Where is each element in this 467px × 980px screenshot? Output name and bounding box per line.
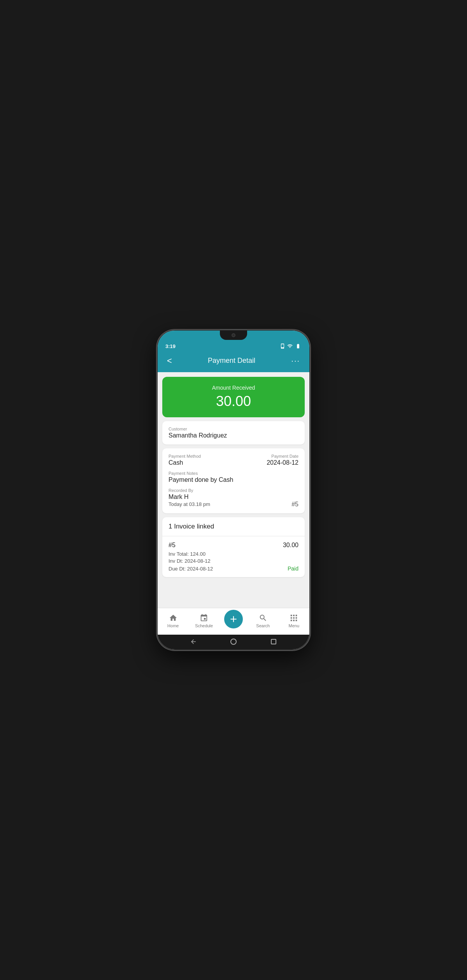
recorded-by-info: Mark H Today at 03.18 pm (169, 494, 210, 508)
payment-method-label: Payment Method (169, 454, 201, 458)
status-icons (280, 343, 302, 349)
payment-date-value: 2024-08-12 (267, 459, 298, 466)
method-date-row: Payment Method Cash Payment Date 2024-08… (169, 454, 298, 471)
payment-details-card: Payment Method Cash Payment Date 2024-08… (162, 448, 305, 513)
nav-add[interactable] (219, 611, 248, 630)
nav-home[interactable]: Home (158, 612, 189, 630)
nav-schedule[interactable]: Schedule (189, 612, 220, 630)
search-icon (259, 614, 267, 622)
recorded-by-name: Mark H (169, 494, 210, 500)
schedule-icon (200, 614, 208, 622)
invoice-due-dt: Due Dt: 2024-08-12 (169, 566, 213, 572)
content-area: Amount Received 30.00 Customer Samantha … (158, 372, 309, 608)
nav-search[interactable]: Search (248, 612, 279, 630)
record-time: Today at 03.18 pm (169, 501, 210, 507)
nav-home-label: Home (167, 623, 179, 628)
payment-date-field: Payment Date 2024-08-12 (267, 454, 298, 466)
recorded-by-row: Mark H Today at 03.18 pm #5 (169, 494, 298, 508)
more-options-button[interactable]: ··· (288, 355, 303, 367)
back-button[interactable]: < (164, 355, 175, 367)
payment-notes-value: Payment done by Cash (169, 476, 298, 483)
recorded-by-field: Recorded By Mark H Today at 03.18 pm #5 (169, 488, 298, 508)
system-nav (158, 635, 309, 649)
record-number: #5 (291, 501, 298, 508)
payment-notes-field: Payment Notes Payment done by Cash (169, 471, 298, 483)
recorded-by-label: Recorded By (169, 488, 298, 493)
invoice-status-badge: Paid (288, 565, 298, 572)
menu-icon (290, 614, 298, 622)
invoice-top-row: #5 30.00 (169, 542, 298, 549)
wifi-icon (287, 343, 293, 349)
nav-menu[interactable]: Menu (279, 612, 310, 630)
invoice-inv-dt: Inv Dt: 2024-08-12 (169, 558, 298, 564)
invoice-amount: 30.00 (283, 542, 298, 549)
invoice-section: 1 Invoice linked #5 30.00 Inv Total: 124… (162, 517, 305, 577)
page-title: Payment Detail (175, 357, 288, 365)
invoice-section-header: 1 Invoice linked (162, 517, 305, 536)
screenshot-icon (280, 343, 285, 349)
amount-value: 30.00 (169, 393, 298, 410)
recents-system-button[interactable] (270, 638, 277, 646)
header: < Payment Detail ··· (158, 351, 309, 372)
payment-method-field: Payment Method Cash (169, 454, 201, 466)
home-system-button[interactable] (230, 638, 237, 646)
payment-method-value: Cash (169, 459, 201, 466)
spacer (162, 581, 305, 589)
customer-card: Customer Samantha Rodriguez (162, 421, 305, 444)
customer-label: Customer (169, 427, 298, 431)
nav-schedule-label: Schedule (195, 623, 213, 628)
payment-date-label: Payment Date (267, 454, 298, 458)
nav-search-label: Search (256, 623, 270, 628)
status-time: 3:19 (165, 343, 176, 349)
invoice-item[interactable]: #5 30.00 Inv Total: 124.00 Inv Dt: 2024-… (162, 536, 305, 577)
customer-field: Customer Samantha Rodriguez (169, 427, 298, 439)
nav-menu-label: Menu (288, 623, 299, 628)
bottom-nav: Home Schedule (158, 608, 309, 635)
payment-notes-label: Payment Notes (169, 471, 298, 476)
invoice-bottom-row: Due Dt: 2024-08-12 Paid (169, 565, 298, 572)
status-bar: 3:19 (158, 340, 309, 351)
invoice-header-text: 1 Invoice linked (169, 523, 214, 530)
amount-card: Amount Received 30.00 (162, 377, 305, 417)
back-system-button[interactable] (190, 638, 197, 646)
invoice-id: #5 (169, 542, 176, 549)
invoice-total: Inv Total: 124.00 (169, 551, 298, 557)
battery-icon (295, 343, 302, 349)
add-button[interactable] (224, 610, 243, 628)
amount-label: Amount Received (169, 385, 298, 391)
add-icon (228, 614, 239, 624)
home-icon (169, 614, 178, 622)
customer-value: Samantha Rodriguez (169, 432, 298, 439)
